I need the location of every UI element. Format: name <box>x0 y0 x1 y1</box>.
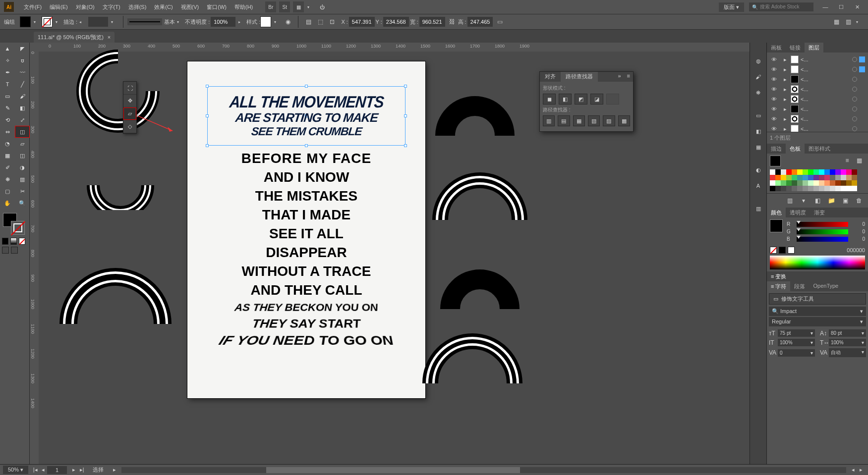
swatch[interactable] <box>830 186 835 191</box>
window-minimize-icon[interactable]: — <box>818 2 832 12</box>
menu-help[interactable]: 帮助(H) <box>231 3 257 11</box>
tab-links[interactable]: 链接 <box>786 43 805 53</box>
search-input[interactable]: 🔍 搜索 Adobe Stock <box>749 2 813 11</box>
arrange-docs-icon[interactable]: ▦ <box>293 1 304 12</box>
color-themes-icon[interactable]: ◍ <box>752 54 765 67</box>
swatch[interactable] <box>841 169 846 175</box>
stroke-dropdown[interactable]: ▾ <box>54 16 59 27</box>
menu-edit[interactable]: 编辑(E) <box>46 3 72 11</box>
swatch[interactable] <box>792 186 797 191</box>
layer-row[interactable]: 👁▸<... <box>770 74 865 84</box>
stroke-weight-inc[interactable]: ▾ <box>109 16 115 27</box>
visibility-toggle-icon[interactable]: 👁 <box>770 126 778 132</box>
fill-swatch[interactable] <box>20 16 31 27</box>
horizontal-scrollbar[interactable] <box>121 467 846 473</box>
shaper-tool[interactable]: ✎ <box>0 102 15 114</box>
brush-definition[interactable] <box>127 18 162 25</box>
menu-type[interactable]: 文字(T) <box>99 3 124 11</box>
slice-tool[interactable]: ✂ <box>15 185 30 197</box>
window-maximize-icon[interactable]: ☐ <box>834 2 848 12</box>
toolbox-stroke[interactable] <box>11 221 25 235</box>
minus-front-icon[interactable]: ◧ <box>559 94 572 105</box>
crop-icon[interactable]: ▧ <box>588 115 600 126</box>
swatch[interactable] <box>846 175 852 180</box>
fill-stroke-indicator[interactable] <box>0 212 29 237</box>
leading-field[interactable]: 80 pt▾ <box>829 329 866 337</box>
tab-layers[interactable]: 图层 <box>805 43 823 53</box>
trim-icon[interactable]: ▤ <box>558 115 570 126</box>
new-group-icon[interactable]: 📁 <box>826 196 836 206</box>
swatch[interactable] <box>846 180 852 186</box>
opacity-field[interactable]: 100% <box>211 17 235 27</box>
target-icon[interactable] <box>852 126 857 131</box>
swatch[interactable] <box>792 180 797 186</box>
gradient-mode-icon[interactable] <box>10 238 17 245</box>
none-mode-icon[interactable] <box>19 238 25 245</box>
swatch[interactable] <box>819 169 824 175</box>
blend-tool[interactable]: ◑ <box>15 161 30 173</box>
swatch[interactable] <box>835 175 841 180</box>
swatch[interactable] <box>852 186 857 191</box>
b-value[interactable]: 0 <box>851 236 865 242</box>
magic-wand-tool[interactable]: ✧ <box>0 54 15 66</box>
kerning-field[interactable]: 0▾ <box>778 349 815 357</box>
arrange-docs-dropdown[interactable]: ▾ <box>305 1 311 12</box>
swatch[interactable] <box>770 169 775 175</box>
stroke-weight-dec[interactable]: ◂ <box>77 16 83 27</box>
swatch[interactable] <box>786 180 792 186</box>
swatch[interactable] <box>775 175 781 180</box>
transform-panel-header[interactable]: ≡ 变换 <box>767 271 868 281</box>
artboard-next-icon[interactable]: ▸ <box>70 467 78 473</box>
artboard-tool[interactable]: ▢ <box>0 185 15 197</box>
swatch[interactable] <box>830 175 835 180</box>
swatch[interactable] <box>786 186 792 191</box>
outline-icon[interactable]: ▨ <box>603 115 615 126</box>
x-field[interactable]: 547.391 <box>349 17 375 27</box>
swatch[interactable] <box>792 169 797 175</box>
graphic-style-swatch[interactable] <box>260 16 271 27</box>
artboard-last-icon[interactable]: ▸| <box>78 467 86 473</box>
shape-builder-tool[interactable]: ◔ <box>0 138 15 150</box>
menu-select[interactable]: 选择(S) <box>124 3 151 11</box>
free-transform-widget[interactable]: ⛶ ✥ ▱ ◇ <box>123 81 137 134</box>
tab-color[interactable]: 颜色 <box>767 208 786 217</box>
swatch[interactable] <box>775 180 781 186</box>
curvature-tool[interactable]: 〰 <box>15 66 30 78</box>
eraser-tool[interactable]: ◧ <box>15 102 30 114</box>
width-tool[interactable]: ⇔ <box>0 126 15 138</box>
hscale-field[interactable]: 100%▾ <box>829 339 866 346</box>
mesh-tool[interactable]: ▦ <box>0 150 15 161</box>
font-size-field[interactable]: 75 pt▾ <box>778 329 815 337</box>
tab-character[interactable]: 字符 <box>775 283 786 289</box>
selection-tool[interactable]: ▲ <box>0 43 15 54</box>
swatch[interactable] <box>835 180 841 186</box>
align-icon[interactable]: ▤ <box>303 17 313 27</box>
tab-gradient[interactable]: 渐变 <box>810 208 829 217</box>
color-spectrum[interactable] <box>770 256 865 269</box>
none-color-icon[interactable] <box>770 247 777 254</box>
line-tool[interactable]: ╱ <box>15 78 30 90</box>
rotate-tool[interactable]: ⟲ <box>0 114 15 126</box>
tab-align[interactable]: 对齐 <box>540 72 561 82</box>
color-mode-icon[interactable] <box>2 238 8 245</box>
free-transform-tool[interactable]: ◫ <box>15 126 30 138</box>
canvas-area[interactable]: ALL THE MOVEMENTS ARE STARTING TO MAKE S… <box>39 52 750 464</box>
merge-icon[interactable]: ▦ <box>573 115 585 126</box>
panel-menu-icon[interactable]: ≡ <box>624 72 633 82</box>
touch-type-button[interactable]: ▭ 修饰文字工具 <box>769 293 866 305</box>
perspective-distort-icon[interactable]: ▱ <box>123 107 136 120</box>
visibility-toggle-icon[interactable]: 👁 <box>770 86 778 92</box>
font-family-field[interactable]: 🔍 Impact▾ <box>769 307 866 316</box>
target-icon[interactable] <box>852 106 857 111</box>
divide-icon[interactable]: ▥ <box>543 115 555 126</box>
layer-row[interactable]: 👁▸<... <box>770 94 865 104</box>
stock-icon[interactable]: St <box>279 1 290 12</box>
ruler-vertical[interactable]: 0100200300400500600700800900100011001200… <box>30 52 39 464</box>
pathfinder-panel[interactable]: 对齐 路径查找器 » ≡ 形状模式 : ◼ ◧ ◩ ◪ 路径查找器 : <box>539 71 634 132</box>
swatch[interactable] <box>792 175 797 180</box>
b-slider[interactable] <box>797 237 848 242</box>
tab-pathfinder[interactable]: 路径查找器 <box>561 72 598 82</box>
target-icon[interactable] <box>852 97 857 102</box>
swatch[interactable] <box>824 169 830 175</box>
expand-button[interactable] <box>606 94 619 105</box>
